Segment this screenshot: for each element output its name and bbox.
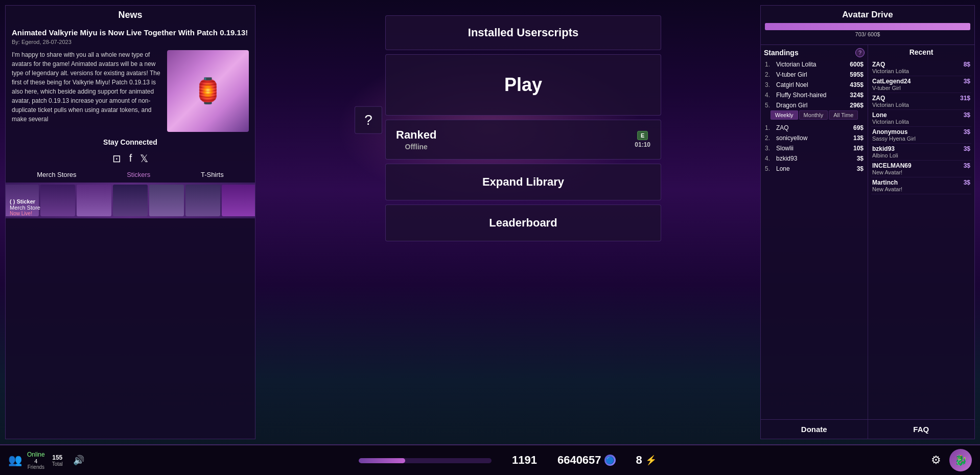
recent-user-4: Lone 3$	[872, 111, 970, 119]
ranked-row-4: 4. bzkid93 3$	[764, 153, 865, 164]
recent-user-8: Martinch 3$	[872, 179, 970, 186]
r-name-5: Lone	[774, 165, 857, 172]
coin-icon: 🔵	[604, 455, 616, 466]
rank-2: 2.	[765, 71, 774, 78]
recent-item-8: Martinch 3$ New Avatar!	[871, 177, 971, 194]
stat-coins: 6640657	[557, 454, 601, 467]
play-button[interactable]: Play	[385, 54, 661, 116]
banner-char-3	[77, 185, 111, 216]
recent-item-6: bzkid93 3$ Albino Loli	[871, 144, 971, 161]
ranked-row-2: 2. sonicyellow 13$	[764, 133, 865, 143]
menu-buttons-col: Installed Userscripts Play Ranked Offlin…	[385, 15, 661, 241]
twitter-icon[interactable]: 𝕏	[140, 152, 148, 165]
r-rank-3: 3.	[765, 145, 774, 152]
recent-username-2: CatLegend24	[872, 78, 911, 85]
standing-row-2: 2. V-tuber Girl 595$	[764, 70, 865, 80]
standing-row-3: 3. Catgirl Noel 435$	[764, 80, 865, 90]
banner-merch-label: Merch Store	[10, 205, 40, 211]
recent-username-8: Martinch	[872, 179, 898, 186]
news-byline: By: Egerod, 28-07-2023	[6, 39, 255, 48]
news-article-title: Animated Valkyrie Miyu is Now Live Toget…	[6, 25, 255, 39]
r-name-2: sonicyellow	[774, 134, 853, 142]
tshirts-link[interactable]: T-Shirts	[201, 171, 224, 178]
r-name-3: Slowlii	[774, 145, 853, 152]
recent-user-6: bzkid93 3$	[872, 145, 970, 152]
banner-sticker-label: ( ) Sticker	[10, 198, 40, 205]
name-2: V-tuber Girl	[774, 71, 850, 78]
coin-stat: 6640657 🔵	[557, 454, 616, 467]
recent-item-3: ZAQ 31$ Victorian Lolita	[871, 93, 971, 110]
settings-icon[interactable]: ⚙	[931, 454, 941, 467]
discord-icon[interactable]: ⊡	[112, 152, 121, 165]
stat-lightning: 8	[636, 454, 642, 467]
installed-userscripts-button[interactable]: Installed Userscripts	[385, 15, 661, 50]
avatar-drive-progress-fill	[765, 23, 970, 30]
rank-5: 5.	[765, 102, 774, 109]
friends-label: Friends	[27, 464, 45, 470]
tab-monthly[interactable]: Monthly	[799, 110, 828, 120]
r-rank-5: 5.	[765, 165, 774, 172]
banner-char-6	[185, 185, 220, 216]
xp-progress-fill	[359, 458, 405, 463]
ranked-button[interactable]: Ranked Offline E 01:10	[385, 120, 661, 160]
name-5: Dragon Girl	[774, 102, 850, 109]
ranked-right-content: E 01:10	[635, 131, 650, 148]
facebook-icon[interactable]: f	[129, 152, 132, 164]
standings-help-icon[interactable]: ?	[855, 48, 865, 57]
rank-3: 3.	[765, 81, 774, 88]
merch-stores-link[interactable]: Merch Stores	[37, 171, 76, 178]
recent-item-2: CatLegend24 3$ V-tuber Girl	[871, 76, 971, 93]
recent-username-1: ZAQ	[872, 61, 885, 68]
ranked-row-5: 5. Lone 3$	[764, 164, 865, 174]
help-button[interactable]: ?	[355, 106, 382, 134]
avatar-drive-progress-bar	[765, 23, 970, 30]
stat-1191: 1191	[512, 454, 537, 467]
recent-column: Recent ZAQ 8$ Victorian Lolita CatLegend…	[868, 45, 974, 419]
standings-tabs: Weekly Monthly All Time	[764, 110, 865, 120]
recent-avatar-5: Sassy Hyena Girl	[872, 135, 970, 142]
avatar-standings-list: 1. Victorian Lolita 600$ 2. V-tuber Girl…	[764, 59, 865, 110]
recent-avatar-1: Victorian Lolita	[872, 68, 970, 74]
friends-count: 4	[27, 458, 45, 464]
tab-weekly[interactable]: Weekly	[771, 110, 798, 120]
friends-info: Online 4 Friends	[27, 451, 45, 470]
recent-user-5: Anonymous 3$	[872, 128, 970, 135]
rank-4: 4.	[765, 92, 774, 99]
center-buttons-wrapper: ? Installed Userscripts Play Ranked Offl…	[355, 15, 661, 241]
recent-amount-2: 3$	[964, 78, 970, 85]
r-name-4: bzkid93	[774, 155, 857, 162]
stickers-link[interactable]: Stickers	[127, 171, 150, 178]
standings-recent-panel: Standings ? 1. Victorian Lolita 600$ 2. …	[760, 45, 975, 420]
expand-library-button[interactable]: Expand Library	[385, 164, 661, 200]
ranked-badge: E	[637, 131, 648, 140]
standing-row-4: 4. Fluffy Short-haired 324$	[764, 90, 865, 100]
banner-characters	[6, 183, 255, 218]
recent-user-2: CatLegend24 3$	[872, 78, 970, 85]
standing-row-1: 1. Victorian Lolita 600$	[764, 59, 865, 70]
recent-user-3: ZAQ 31$	[872, 95, 970, 102]
right-panel: Avatar Drive 703/ 600$ Standings ?	[760, 5, 975, 439]
player-avatar-thumb[interactable]: 🐉	[949, 449, 972, 471]
recent-username-6: bzkid93	[872, 145, 895, 152]
banner-new-label: Now Live!	[10, 211, 40, 216]
total-label: Total	[52, 461, 63, 467]
friends-icon[interactable]: 👥	[8, 454, 22, 467]
faq-button[interactable]: FAQ	[868, 420, 975, 439]
news-image-area: I'm happy to share with you all a whole …	[6, 48, 255, 134]
avatar-drive-progress-label: 703/ 600$	[765, 31, 970, 37]
xp-section	[359, 457, 492, 463]
donate-button[interactable]: Donate	[761, 420, 868, 439]
recent-username-5: Anonymous	[872, 128, 907, 135]
rank-1: 1.	[765, 61, 774, 68]
name-4: Fluffy Short-haired	[774, 92, 850, 99]
sound-icon[interactable]: 🔊	[73, 455, 84, 466]
tab-all-time[interactable]: All Time	[829, 110, 858, 120]
leaderboard-button[interactable]: Leaderboard	[385, 205, 661, 241]
recent-item-4: Lone 3$ Victorian Lolita	[871, 110, 971, 127]
standings-column: Standings ? 1. Victorian Lolita 600$ 2. …	[761, 45, 868, 419]
standing-row-5: 5. Dragon Girl 296$	[764, 100, 865, 110]
ranked-standings-list: 1. ZAQ 69$ 2. sonicyellow 13$ 3. Slowlii	[764, 123, 865, 174]
score-3: 435$	[850, 81, 864, 88]
score-5: 296$	[850, 102, 864, 109]
r-score-1: 69$	[853, 124, 864, 131]
